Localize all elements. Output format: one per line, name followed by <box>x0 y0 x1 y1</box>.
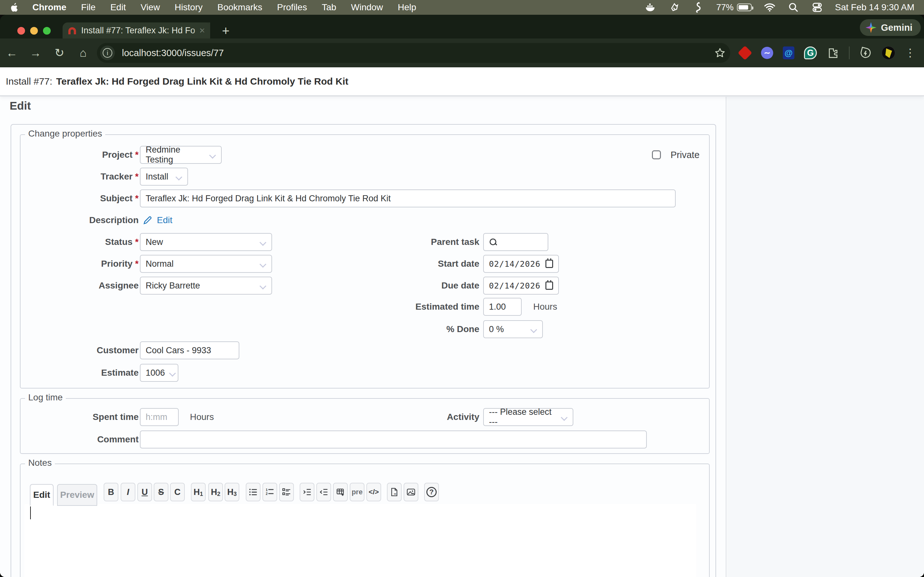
reload-button[interactable]: ↻ <box>47 46 71 60</box>
start-date-input[interactable]: 02/14/2026 <box>483 255 559 273</box>
extension-icon-lock[interactable]: @ <box>783 47 795 59</box>
menu-tab[interactable]: Tab <box>314 2 344 13</box>
info-icon: i <box>103 48 112 58</box>
bookmark-star-icon[interactable] <box>714 47 726 59</box>
grammarly-icon[interactable]: G <box>804 47 817 59</box>
comment-input[interactable] <box>140 430 647 448</box>
parent-task-label: Parent task <box>354 237 479 247</box>
browser-menu-icon[interactable]: ⋮ <box>905 48 916 57</box>
description-edit-link[interactable]: Edit <box>157 215 172 226</box>
page-title: Edit <box>10 99 31 112</box>
indent-button[interactable] <box>300 483 314 501</box>
wifi-icon[interactable] <box>764 2 775 13</box>
insert-image-button[interactable] <box>404 483 418 501</box>
insert-table-button[interactable] <box>333 483 348 501</box>
parent-task-input[interactable] <box>483 233 548 251</box>
heading2-button[interactable]: H2 <box>208 483 223 501</box>
priority-row: Priority* Normal Start date 02/14/2026 <box>21 255 709 273</box>
profile-avatar[interactable] <box>882 46 895 60</box>
menu-window[interactable]: Window <box>344 2 391 13</box>
forward-button[interactable]: → <box>24 46 47 60</box>
menu-view[interactable]: View <box>133 2 167 13</box>
preformatted-button[interactable]: pre <box>350 483 365 501</box>
spotlight-search-icon[interactable] <box>788 2 799 13</box>
browser-tab[interactable]: Install #77: Teraflex Jk: Hd Fo × <box>63 23 210 39</box>
priority-select[interactable]: Normal <box>140 255 272 273</box>
snake-app-icon[interactable] <box>692 2 704 13</box>
project-select[interactable]: Redmine Testing <box>140 146 222 164</box>
tab-edit[interactable]: Edit <box>30 484 53 506</box>
issue-id-prefix: Install #77: <box>6 76 52 87</box>
done-ratio-select[interactable]: 0 % <box>483 320 543 338</box>
battery-icon <box>737 3 752 11</box>
activity-select[interactable]: --- Please select --- <box>483 408 573 426</box>
menu-profiles[interactable]: Profiles <box>270 2 314 13</box>
tab-preview[interactable]: Preview <box>57 484 97 506</box>
docker-icon[interactable] <box>645 2 656 13</box>
tab-title: Install #77: Teraflex Jk: Hd Fo <box>81 26 196 35</box>
help-button[interactable]: ? <box>424 483 439 501</box>
extension-icon-purple[interactable]: ∼ <box>761 47 773 59</box>
outdent-button[interactable] <box>317 483 331 501</box>
calendar-icon[interactable] <box>545 282 553 290</box>
underline-button[interactable]: U <box>137 483 152 501</box>
due-date-label: Due date <box>354 280 479 291</box>
tab-strip: Install #77: Teraflex Jk: Hd Fo × + Gemi… <box>0 15 924 39</box>
calendar-icon[interactable] <box>545 259 553 268</box>
assignee-select[interactable]: Ricky Barrette <box>140 277 272 295</box>
macos-menubar: Chrome File Edit View History Bookmarks … <box>0 0 924 15</box>
address-bar[interactable]: i localhost:3000/issues/77 <box>97 43 730 63</box>
heading1-button[interactable]: H1 <box>191 483 206 501</box>
inline-code-button[interactable]: C <box>170 483 185 501</box>
menubar-status: 77% Sat Feb 14 9:30 AM <box>645 2 924 13</box>
battery-indicator[interactable]: 77% <box>716 3 751 13</box>
bullet-list-button[interactable] <box>246 483 260 501</box>
private-label: Private <box>670 150 699 160</box>
extensions-puzzle-icon[interactable] <box>827 47 839 59</box>
minimize-window-button[interactable] <box>30 27 38 35</box>
menu-edit[interactable]: Edit <box>103 2 133 13</box>
menu-bookmarks[interactable]: Bookmarks <box>210 2 270 13</box>
control-center-icon[interactable] <box>811 2 823 13</box>
window-controls <box>17 27 51 35</box>
menubar-clock[interactable]: Sat Feb 14 9:30 AM <box>835 2 915 13</box>
estimate-label: Estimate <box>21 367 139 378</box>
statusbar-app-icon[interactable] <box>669 2 680 13</box>
site-info-button[interactable]: i <box>100 45 115 60</box>
home-button[interactable]: ⌂ <box>71 46 95 60</box>
subject-input[interactable]: Teraflex Jk: Hd Forged Drag Link Kit & H… <box>140 189 676 207</box>
estimate-select[interactable]: 1006 <box>140 364 178 382</box>
spent-time-input[interactable]: h:mm <box>140 408 179 426</box>
italic-button[interactable]: I <box>121 483 136 501</box>
customer-input[interactable]: Cool Cars - 9933 <box>140 342 239 359</box>
zoom-window-button[interactable] <box>43 27 51 35</box>
battery-saver-icon[interactable] <box>859 47 872 59</box>
customer-row: Customer Cool Cars - 9933 <box>21 342 709 359</box>
menu-history[interactable]: History <box>167 2 210 13</box>
bold-button[interactable]: B <box>103 483 118 501</box>
extension-icon-red[interactable] <box>738 47 751 59</box>
tracker-select[interactable]: Install <box>140 168 188 185</box>
task-list-button[interactable] <box>279 483 294 501</box>
due-date-input[interactable]: 02/14/2026 <box>483 277 559 295</box>
customer-label: Customer <box>21 345 139 356</box>
gemini-button[interactable]: Gemini <box>860 19 921 36</box>
strikethrough-button[interactable]: S <box>153 483 168 501</box>
url-text[interactable]: localhost:3000/issues/77 <box>122 48 710 58</box>
apple-menu-icon[interactable] <box>9 2 20 13</box>
menu-file[interactable]: File <box>74 2 103 13</box>
new-tab-button[interactable]: + <box>222 24 229 37</box>
attach-file-button[interactable]: ∞ <box>387 483 402 501</box>
wiki-toolbar: Edit Preview B I U S C H1 H2 H3 <box>21 483 709 505</box>
notes-textarea[interactable] <box>24 504 696 577</box>
numbered-list-button[interactable]: 12 <box>262 483 277 501</box>
estimated-time-input[interactable]: 1.00 <box>483 298 522 316</box>
status-select[interactable]: New <box>140 233 272 251</box>
close-window-button[interactable] <box>17 27 25 35</box>
private-checkbox[interactable] <box>652 150 661 159</box>
menu-help[interactable]: Help <box>391 2 424 13</box>
back-button[interactable]: ← <box>0 46 24 60</box>
menu-chrome[interactable]: Chrome <box>25 2 74 13</box>
heading3-button[interactable]: H3 <box>225 483 239 501</box>
code-block-button[interactable]: </> <box>367 483 381 501</box>
